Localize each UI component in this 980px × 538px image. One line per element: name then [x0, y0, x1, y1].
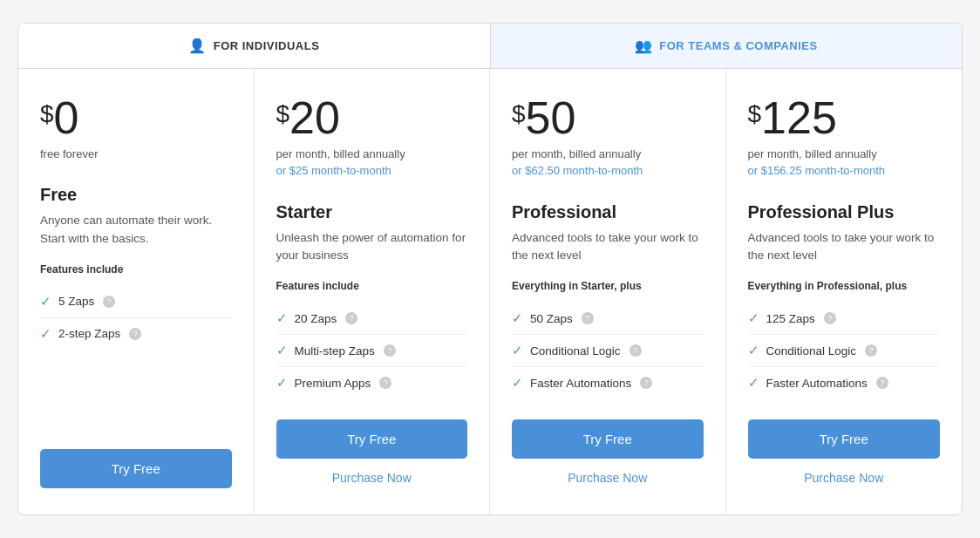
help-icon[interactable]: ?	[345, 312, 357, 324]
purchase-now-button[interactable]: Purchase Now	[512, 467, 704, 488]
plan-description: Anyone can automate their work. Start wi…	[40, 212, 232, 248]
features-label: Features include	[40, 263, 232, 276]
purchase-now-button[interactable]: Purchase Now	[276, 467, 468, 488]
feature-item: ✓ Multi-step Zaps ?	[276, 335, 468, 367]
plan-actions: Try Free	[40, 449, 232, 488]
help-icon[interactable]: ?	[379, 377, 391, 389]
plan-billing: per month, billed annually or $62.50 mon…	[512, 146, 704, 180]
help-icon[interactable]: ?	[582, 312, 594, 324]
plan-professional-plus: $125 per month, billed annually or $156.…	[726, 69, 963, 515]
try-free-button[interactable]: Try Free	[276, 419, 468, 459]
feature-item: ✓ Faster Automations ?	[748, 367, 941, 398]
plan-billing: free forever	[40, 146, 232, 163]
help-icon[interactable]: ?	[129, 328, 141, 340]
try-free-button[interactable]: Try Free	[512, 419, 704, 459]
plan-description: Advanced tools to take your work to the …	[512, 229, 704, 265]
pricing-container: 👤 FOR INDIVIDUALS 👥 FOR TEAMS & COMPANIE…	[17, 23, 963, 516]
plan-professional: $50 per month, billed annually or $62.50…	[490, 69, 726, 515]
help-icon[interactable]: ?	[103, 296, 115, 308]
feature-list: ✓ 20 Zaps ? ✓ Multi-step Zaps ? ✓ Premiu…	[276, 303, 468, 398]
feature-item: ✓ Conditional Logic ?	[748, 335, 941, 367]
features-label: Everything in Professional, plus	[748, 280, 941, 292]
help-icon[interactable]: ?	[384, 344, 396, 357]
plan-description: Unleash the power of automation for your…	[276, 229, 468, 265]
feature-text: Faster Automations	[766, 377, 868, 390]
feature-text: Multi-step Zaps	[295, 344, 375, 358]
feature-list: ✓ 50 Zaps ? ✓ Conditional Logic ? ✓ Fast…	[512, 303, 704, 398]
tab-teams[interactable]: 👥 FOR TEAMS & COMPANIES	[491, 24, 963, 68]
plan-actions: Try Free Purchase Now	[748, 419, 941, 488]
billing-line1: per month, billed annually	[748, 147, 877, 160]
feature-item: ✓ 50 Zaps ?	[512, 303, 704, 335]
purchase-now-button[interactable]: Purchase Now	[748, 467, 941, 488]
plan-name: Starter	[276, 202, 468, 222]
check-icon: ✓	[748, 310, 759, 326]
feature-item: ✓ 5 Zaps ?	[40, 286, 232, 318]
feature-text: 5 Zaps	[58, 295, 94, 308]
check-icon: ✓	[748, 375, 759, 391]
plan-price: $50	[512, 95, 704, 140]
feature-list: ✓ 5 Zaps ? ✓ 2-step Zaps ?	[40, 286, 232, 429]
plan-free: $0 free forever Free Anyone can automate…	[18, 69, 255, 515]
tab-teams-label: FOR TEAMS & COMPANIES	[659, 39, 817, 52]
help-icon[interactable]: ?	[630, 344, 642, 357]
feature-text: Premium Apps	[295, 377, 371, 390]
plan-billing: per month, billed annually or $156.25 mo…	[748, 146, 941, 180]
features-label: Features include	[276, 280, 468, 292]
help-icon[interactable]: ?	[824, 312, 836, 324]
check-icon: ✓	[748, 343, 759, 358]
feature-text: Conditional Logic	[766, 344, 857, 358]
billing-line1: free forever	[40, 147, 98, 160]
help-icon[interactable]: ?	[640, 377, 652, 389]
plan-description: Advanced tools to take your work to the …	[748, 229, 941, 265]
help-icon[interactable]: ?	[876, 377, 888, 389]
feature-text: 50 Zaps	[530, 312, 573, 325]
tab-header: 👤 FOR INDIVIDUALS 👥 FOR TEAMS & COMPANIE…	[18, 24, 962, 69]
tab-individuals[interactable]: 👤 FOR INDIVIDUALS	[18, 24, 491, 68]
feature-text: 2-step Zaps	[58, 327, 120, 340]
plan-name: Professional Plus	[748, 202, 941, 222]
billing-line1: per month, billed annually	[512, 147, 641, 160]
feature-item: ✓ Faster Automations ?	[512, 367, 704, 398]
try-free-button[interactable]: Try Free	[40, 449, 232, 488]
plan-billing: per month, billed annually or $25 month-…	[276, 146, 468, 180]
check-icon: ✓	[276, 310, 288, 326]
individuals-icon: 👤	[188, 37, 207, 54]
plan-price: $20	[276, 95, 468, 140]
alt-price: or $25 month-to-month	[276, 164, 391, 177]
features-label: Everything in Starter, plus	[512, 280, 704, 292]
plan-actions: Try Free Purchase Now	[276, 419, 468, 488]
feature-item: ✓ 125 Zaps ?	[748, 303, 941, 335]
alt-price: or $156.25 month-to-month	[748, 164, 886, 177]
check-icon: ✓	[512, 375, 523, 391]
currency-symbol: $	[512, 102, 526, 126]
feature-item: ✓ 2-step Zaps ?	[40, 318, 232, 350]
plan-price: $125	[748, 95, 941, 140]
feature-text: 125 Zaps	[766, 312, 815, 325]
currency-symbol: $	[40, 102, 54, 126]
feature-list: ✓ 125 Zaps ? ✓ Conditional Logic ? ✓ Fas…	[748, 303, 941, 398]
check-icon: ✓	[276, 343, 288, 358]
plans-grid: $0 free forever Free Anyone can automate…	[18, 69, 962, 515]
plan-name: Professional	[512, 202, 704, 222]
plan-name: Free	[40, 185, 232, 205]
currency-symbol: $	[276, 102, 290, 126]
plan-price: $0	[40, 95, 232, 140]
currency-symbol: $	[748, 102, 762, 126]
plan-actions: Try Free Purchase Now	[512, 419, 704, 488]
billing-line1: per month, billed annually	[276, 147, 405, 160]
feature-text: Conditional Logic	[530, 344, 621, 358]
feature-item: ✓ Premium Apps ?	[276, 367, 468, 398]
try-free-button[interactable]: Try Free	[748, 419, 941, 459]
feature-item: ✓ 20 Zaps ?	[276, 303, 468, 335]
check-icon: ✓	[512, 310, 523, 326]
feature-text: 20 Zaps	[295, 312, 337, 325]
check-icon: ✓	[512, 343, 523, 358]
tab-individuals-label: FOR INDIVIDUALS	[214, 39, 320, 52]
check-icon: ✓	[40, 326, 51, 342]
feature-item: ✓ Conditional Logic ?	[512, 335, 704, 367]
teams-icon: 👥	[635, 37, 653, 54]
check-icon: ✓	[40, 294, 51, 310]
alt-price: or $62.50 month-to-month	[512, 164, 643, 177]
help-icon[interactable]: ?	[865, 344, 877, 357]
